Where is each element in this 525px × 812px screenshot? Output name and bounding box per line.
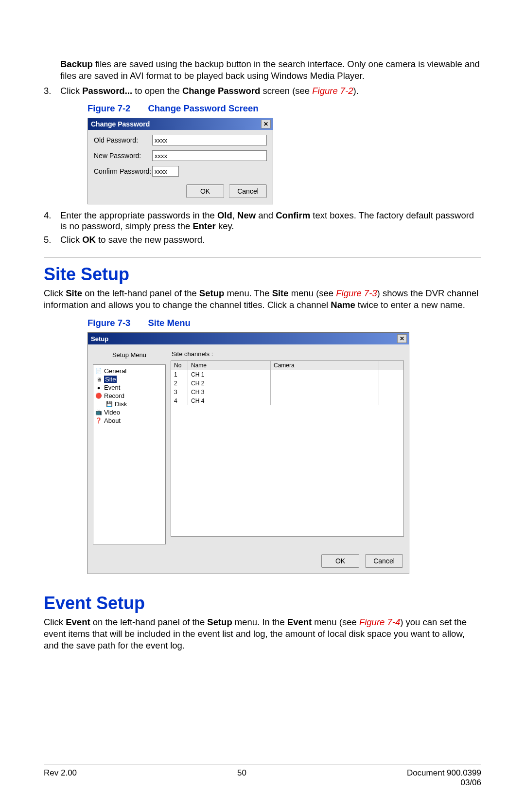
footer-doc: Document 900.0399 xyxy=(407,768,481,778)
cancel-button[interactable]: Cancel xyxy=(229,184,267,198)
site-setup-paragraph: Click Site on the left-hand panel of the… xyxy=(44,288,481,311)
confirm-password-label: Confirm Password: xyxy=(94,167,152,175)
divider xyxy=(44,257,481,257)
general-icon: 📄 xyxy=(95,368,102,374)
site-setup-heading: Site Setup xyxy=(44,264,481,285)
tree-item-event[interactable]: ●Event xyxy=(95,383,163,392)
tree-item-record[interactable]: 🔴Record xyxy=(95,392,163,400)
confirm-password-input[interactable]: xxxx xyxy=(152,166,179,177)
step-5: 5. Click OK to save the new password. xyxy=(44,235,481,245)
table-row[interactable]: 3CH 3 xyxy=(171,388,403,397)
tree-item-label: Video xyxy=(104,409,120,416)
tree-item-label: Site xyxy=(104,376,117,383)
setup-tree: 📄General🖥Site●Event🔴Record💾Disk📺Video❓Ab… xyxy=(93,364,166,544)
figure-7-2-caption: Figure 7-2Change Password Screen xyxy=(88,103,481,114)
figure-7-3-ref[interactable]: Figure 7-3 xyxy=(336,288,377,298)
new-password-label: New Password: xyxy=(94,152,152,160)
backup-paragraph: Backup files are saved using the backup … xyxy=(60,58,481,82)
site-channels-label: Site channels : xyxy=(171,349,404,361)
step-4: 4. Enter the appropriate passwords in th… xyxy=(44,210,481,232)
tree-item-label: Record xyxy=(104,392,124,399)
figure-7-4-ref[interactable]: Figure 7-4 xyxy=(359,617,400,627)
tree-item-site[interactable]: 🖥Site xyxy=(95,375,163,383)
setup-menu-title: Setup Menu xyxy=(93,349,166,364)
record-icon: 🔴 xyxy=(95,393,102,399)
table-row[interactable]: 2CH 2 xyxy=(171,379,403,388)
footer-rev: Rev 2.00 xyxy=(44,768,77,788)
dialog-title: Change Password xyxy=(91,120,150,128)
dialog-titlebar: Setup ✕ xyxy=(88,333,409,344)
footer-page: 50 xyxy=(237,768,246,788)
dialog-titlebar: Change Password ✕ xyxy=(88,118,273,130)
site-icon: 🖥 xyxy=(95,377,102,382)
about-icon: ❓ xyxy=(95,418,102,424)
event-setup-heading: Event Setup xyxy=(44,593,481,614)
step-3: 3. Click Password... to open the Change … xyxy=(44,86,481,96)
setup-dialog: Setup ✕ Setup Menu 📄General🖥Site●Event🔴R… xyxy=(88,332,409,574)
tree-item-general[interactable]: 📄General xyxy=(95,367,163,375)
table-header: No Name Camera xyxy=(171,361,403,370)
event-setup-paragraph: Click Event on the left-hand panel of th… xyxy=(44,616,481,651)
old-password-label: Old Password: xyxy=(94,136,152,144)
new-password-input[interactable]: xxxx xyxy=(152,150,267,161)
video-icon: 📺 xyxy=(95,410,102,415)
cancel-button[interactable]: Cancel xyxy=(365,554,403,568)
tree-item-label: Disk xyxy=(115,400,127,408)
tree-item-disk[interactable]: 💾Disk xyxy=(95,400,163,408)
table-row[interactable]: 4CH 4 xyxy=(171,397,403,405)
dialog-title: Setup xyxy=(91,335,108,343)
tree-item-label: General xyxy=(104,367,126,375)
table-row[interactable]: 1CH 1 xyxy=(171,370,403,379)
close-icon[interactable]: ✕ xyxy=(397,334,407,343)
close-icon[interactable]: ✕ xyxy=(261,120,271,128)
ok-button[interactable]: OK xyxy=(321,554,359,568)
figure-7-3-caption: Figure 7-3Site Menu xyxy=(88,318,481,328)
old-password-input[interactable]: xxxx xyxy=(152,135,267,145)
channels-table: No Name Camera 1CH 12CH 23CH 34CH 4 xyxy=(171,361,404,537)
tree-item-label: About xyxy=(104,417,121,424)
tree-item-video[interactable]: 📺Video xyxy=(95,408,163,416)
change-password-dialog: Change Password ✕ Old Password: xxxx New… xyxy=(88,118,273,204)
figure-7-2-ref[interactable]: Figure 7-2 xyxy=(312,86,353,96)
page-footer: Rev 2.00 50 Document 900.0399 03/06 xyxy=(44,761,481,788)
event-icon: ● xyxy=(95,385,102,391)
footer-date: 03/06 xyxy=(407,778,481,788)
disk-icon: 💾 xyxy=(106,401,113,407)
tree-item-label: Event xyxy=(104,384,120,391)
divider xyxy=(44,586,481,586)
ok-button[interactable]: OK xyxy=(186,184,224,198)
tree-item-about[interactable]: ❓About xyxy=(95,416,163,425)
